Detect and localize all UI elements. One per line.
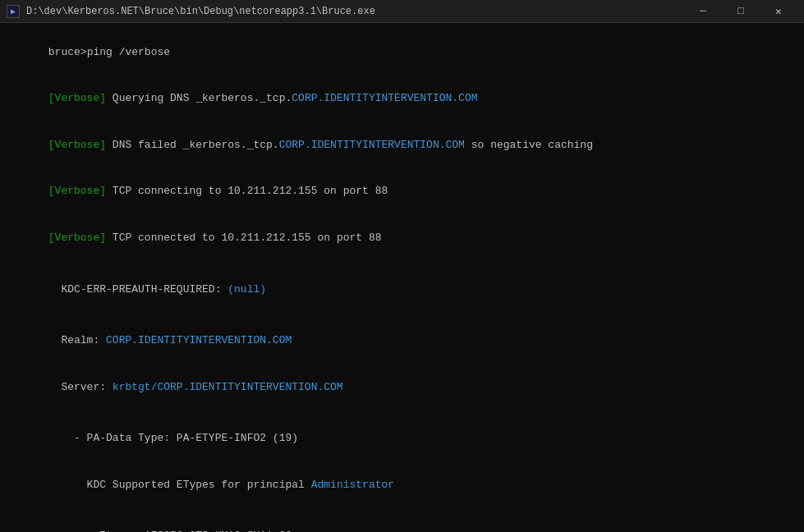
server-line: Server: krbtgt/CORP.IDENTITYINTERVENTION… xyxy=(10,365,794,411)
terminal-output: bruce>ping /verbose [Verbose] Querying D… xyxy=(0,23,804,532)
window: ▶ D:\dev\Kerberos.NET\Bruce\bin\Debug\ne… xyxy=(0,0,804,532)
kdc-supported-line: KDC Supported ETypes for principal Admin… xyxy=(10,462,794,509)
verbose-line-3: [Verbose] TCP connecting to 10.211.212.1… xyxy=(10,169,794,216)
close-button[interactable]: ✕ xyxy=(760,0,797,23)
minimize-button[interactable]: ─ xyxy=(684,0,722,23)
title-bar: ▶ D:\dev\Kerberos.NET\Bruce\bin\Debug\ne… xyxy=(0,0,804,23)
title-bar-left: ▶ D:\dev\Kerberos.NET\Bruce\bin\Debug\ne… xyxy=(7,5,375,18)
app-icon: ▶ xyxy=(7,5,20,18)
pa-data-etype-line: - PA-Data Type: PA-ETYPE-INFO2 (19) xyxy=(10,415,794,462)
window-title: D:\dev\Kerberos.NET\Bruce\bin\Debug\netc… xyxy=(26,6,375,17)
window-controls[interactable]: ─ □ ✕ xyxy=(684,0,797,23)
etype-aes-line: Etype: AES256-CTS-HMAC-SHA1-96 xyxy=(10,513,794,532)
verbose-line-2: [Verbose] DNS failed _kerberos._tcp.CORP… xyxy=(10,122,794,169)
command: ping /verbose xyxy=(87,46,170,58)
prompt: bruce> xyxy=(48,46,87,58)
verbose-line-4: [Verbose] TCP connected to 10.211.212.15… xyxy=(10,215,794,262)
maximize-button[interactable]: □ xyxy=(722,0,760,23)
prompt-line: bruce>ping /verbose xyxy=(10,30,794,76)
kdc-err-line: KDC-ERR-PREAUTH-REQUIRED: (null) xyxy=(10,267,794,314)
verbose-line-1: [Verbose] Querying DNS _kerberos._tcp.CO… xyxy=(10,76,794,123)
realm-line: Realm: CORP.IDENTITYINTERVENTION.COM xyxy=(10,318,794,365)
